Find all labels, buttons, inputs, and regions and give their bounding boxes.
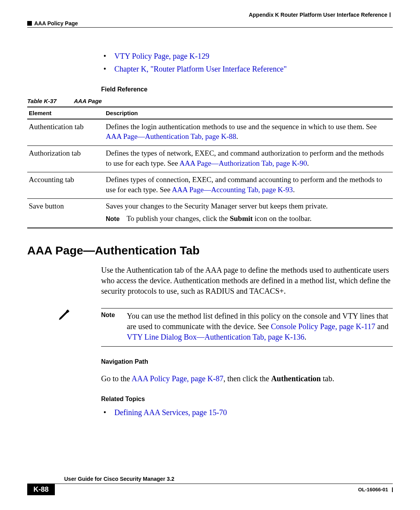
footer-divider-icon (392, 487, 393, 492)
link-auth-tab[interactable]: AAA Page—Authentication Tab, page K-88 (106, 132, 236, 140)
navigation-path-heading: Navigation Path (101, 358, 393, 366)
cell-element: Authentication tab (27, 119, 104, 146)
link-authz-tab[interactable]: AAA Page—Authorization Tab, page K-90 (179, 159, 307, 167)
col-header-element: Element (27, 107, 104, 119)
link-chapter-k[interactable]: Chapter K, "Router Platform User Interfa… (114, 65, 287, 73)
list-item: Chapter K, "Router Platform User Interfa… (101, 64, 393, 74)
section-heading: AAA Page—Authentication Tab (27, 244, 393, 257)
list-item: Defining AAA Services, page 15-70 (101, 407, 393, 418)
table-row: Authentication tab Defines the login aut… (27, 119, 393, 146)
cell-element: Save button (27, 199, 104, 228)
note-label: Note (101, 311, 127, 342)
page-footer: User Guide for Cisco Security Manager 3.… (27, 476, 393, 495)
running-header-right: Appendix K Router Platform User Interfac… (27, 12, 393, 18)
svg-marker-0 (59, 311, 68, 320)
field-reference-heading: Field Reference (101, 85, 393, 94)
header-divider-icon (390, 12, 390, 17)
navigation-path-text: Go to the AAA Policy Page, page K-87, th… (101, 373, 393, 384)
cell-element: Authorization tab (27, 145, 104, 172)
cross-reference-list: VTY Policy Page, page K-129 Chapter K, "… (101, 51, 393, 74)
cell-description: Defines the login authentication methods… (104, 119, 393, 146)
cell-element: Accounting tab (27, 172, 104, 199)
cell-description: Defines the types of network, EXEC, and … (104, 145, 393, 172)
list-item: VTY Policy Page, page K-129 (101, 51, 393, 61)
header-rule (27, 27, 393, 28)
link-aaa-policy-page[interactable]: AAA Policy Page, page K-87 (131, 374, 223, 383)
col-header-description: Description (104, 107, 393, 119)
link-defining-aaa[interactable]: Defining AAA Services, page 15-70 (114, 408, 227, 417)
section-marker-icon (27, 21, 32, 26)
related-topics-heading: Related Topics (101, 395, 393, 403)
note-label: Note (106, 216, 120, 222)
link-vty-dialog[interactable]: VTY Line Dialog Box—Authentication Tab, … (127, 333, 304, 341)
link-console-policy[interactable]: Console Policy Page, page K-117 (271, 322, 375, 331)
running-header-left: AAA Policy Page (27, 20, 393, 26)
document-number: OL-16066-01 (358, 487, 390, 492)
cell-description: Defines types of connection, EXEC, and c… (104, 172, 393, 199)
intro-paragraph: Use the Authentication tab of the AAA pa… (101, 265, 393, 296)
page-number-box: K-88 (27, 484, 55, 495)
table-row: Authorization tab Defines the types of n… (27, 145, 393, 172)
section-label: AAA Policy Page (34, 20, 78, 26)
cell-description: Saves your changes to the Security Manag… (104, 199, 393, 228)
table-row: Accounting tab Defines types of connecti… (27, 172, 393, 199)
link-vty-policy[interactable]: VTY Policy Page, page K-129 (114, 52, 209, 60)
aaa-page-table: Element Description Authentication tab D… (27, 107, 393, 228)
inline-note: NoteTo publish your changes, click the S… (106, 214, 391, 224)
table-caption: Table K-37AAA Page (27, 98, 393, 104)
note-text: You can use the method list defined in t… (127, 311, 393, 342)
table-row: Save button Saves your changes to the Se… (27, 199, 393, 228)
note-block: Note You can use the method list defined… (101, 308, 393, 347)
footer-guide-title: User Guide for Cisco Security Manager 3.… (64, 476, 393, 482)
pencil-icon (58, 308, 71, 321)
save-desc-line: Saves your changes to the Security Manag… (106, 201, 391, 211)
link-acct-tab[interactable]: AAA Page—Accounting Tab, page K-93 (172, 186, 293, 194)
